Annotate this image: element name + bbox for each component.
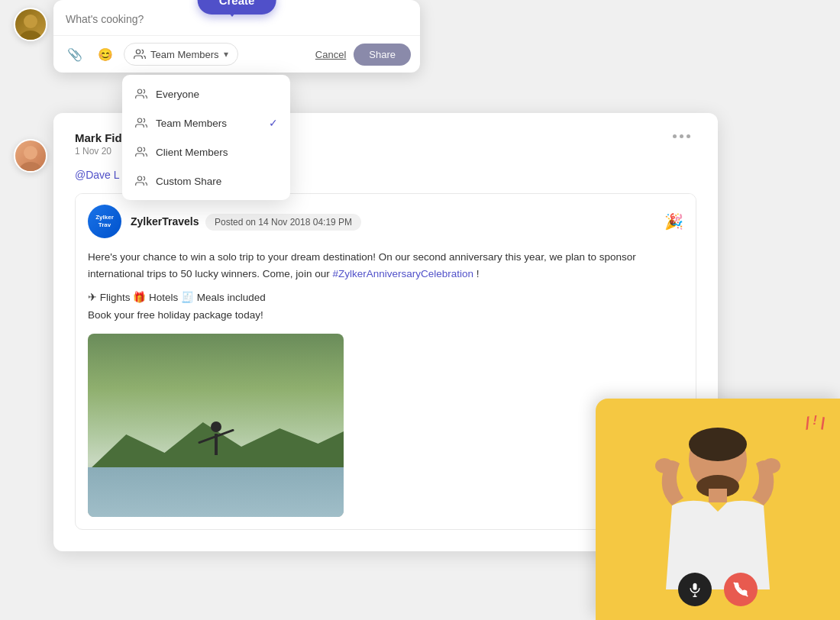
post-date: 1 Nov 20 <box>75 146 122 157</box>
svg-point-3 <box>137 89 141 93</box>
audience-label: Team Members <box>150 49 219 60</box>
dropdown-item-custom-share[interactable]: Custom Share <box>122 166 290 195</box>
exclamation-decoration: / ! \ <box>805 414 825 434</box>
video-controls <box>678 573 758 606</box>
dot-1 <box>673 134 677 138</box>
svg-rect-15 <box>709 489 727 502</box>
shared-post-brand: ZylkerTravels <box>131 215 199 228</box>
everyone-icon <box>134 88 148 100</box>
post-user-avatar <box>14 139 47 173</box>
shared-post-text: Here's your chance to win a solo trip to… <box>88 249 683 282</box>
dropdown-item-client-members[interactable]: Client Members <box>122 137 290 166</box>
client-members-icon <box>134 146 148 158</box>
svg-point-17 <box>762 458 780 473</box>
svg-point-5 <box>137 147 141 151</box>
svg-point-6 <box>137 176 141 180</box>
svg-point-4 <box>137 118 141 122</box>
svg-point-0 <box>24 15 37 28</box>
team-members-label: Team Members <box>156 118 227 129</box>
svg-point-8 <box>20 162 41 173</box>
brand-logo: ZylkerTrav <box>88 205 121 238</box>
chevron-down-icon: ▾ <box>224 49 228 60</box>
share-button[interactable]: Share <box>354 44 411 66</box>
check-icon: ✓ <box>269 117 278 129</box>
audience-selector[interactable]: Team Members ▾ <box>124 43 238 66</box>
compose-toolbar: 📎 😊 Team Members ▾ Cancel Share <box>53 35 420 73</box>
client-members-label: Client Members <box>156 147 228 158</box>
post-avatar-image <box>15 140 46 171</box>
compose-actions: Cancel Share <box>315 44 411 66</box>
hashtag: #ZylkerAnniversaryCelebration <box>332 268 473 279</box>
shared-post-image <box>88 334 344 517</box>
svg-rect-18 <box>693 583 697 590</box>
shared-post-header: ZylkerTrav ZylkerTravels Posted on 14 No… <box>76 194 696 249</box>
mention-handle: @Dave L <box>75 169 120 181</box>
custom-share-icon <box>134 175 148 187</box>
emoji-icon[interactable]: 😊 <box>93 42 118 66</box>
shared-post-extras: ✈ Flights 🎁 Hotels 🧾 Meals included Book… <box>88 289 683 325</box>
team-members-icon <box>134 117 148 129</box>
dropdown-item-everyone[interactable]: Everyone <box>122 79 290 108</box>
end-call-icon <box>733 582 748 597</box>
everyone-label: Everyone <box>156 89 199 100</box>
shared-post-title-area: ZylkerTravels Posted on 14 Nov 2018 04:1… <box>131 215 361 228</box>
post-author-name: Mark Fid <box>75 131 122 144</box>
person-svg <box>641 399 794 589</box>
extras-line2: Book your free holiday package today! <box>88 307 683 325</box>
attachment-icon[interactable]: 📎 <box>63 42 87 66</box>
cancel-button[interactable]: Cancel <box>315 49 346 60</box>
custom-share-label: Custom Share <box>156 176 221 187</box>
person-figure <box>205 421 228 475</box>
compose-box: Create 📎 😊 Team Members ▾ Cancel Share <box>53 0 420 73</box>
person-head <box>211 421 221 432</box>
post-more-options[interactable] <box>667 131 696 141</box>
svg-point-1 <box>20 31 41 41</box>
extras-line1: ✈ Flights 🎁 Hotels 🧾 Meals included <box>88 289 683 307</box>
dropdown-item-team-members[interactable]: Team Members ✓ <box>122 108 290 137</box>
shared-post-date: Posted on 14 Nov 2018 04:19 PM <box>205 214 361 231</box>
mic-icon <box>687 582 703 597</box>
share-card-icon: 🎉 <box>664 212 683 231</box>
avatar-image <box>15 9 46 40</box>
svg-point-7 <box>24 146 37 160</box>
svg-point-16 <box>655 458 674 473</box>
user-group-icon <box>134 48 146 60</box>
dot-2 <box>680 134 683 138</box>
svg-point-2 <box>136 50 140 53</box>
end-call-button[interactable] <box>724 573 758 606</box>
audience-dropdown: Everyone Team Members ✓ Client Members <box>122 75 290 200</box>
create-btn-arrow <box>226 9 238 17</box>
mic-button[interactable] <box>678 573 712 606</box>
svg-line-21 <box>734 583 748 596</box>
svg-point-13 <box>689 428 747 461</box>
post-author-info: Mark Fid 1 Nov 20 <box>75 131 122 157</box>
compose-user-avatar <box>14 8 47 41</box>
dot-3 <box>687 134 690 138</box>
video-call-widget: / ! \ <box>596 399 840 620</box>
